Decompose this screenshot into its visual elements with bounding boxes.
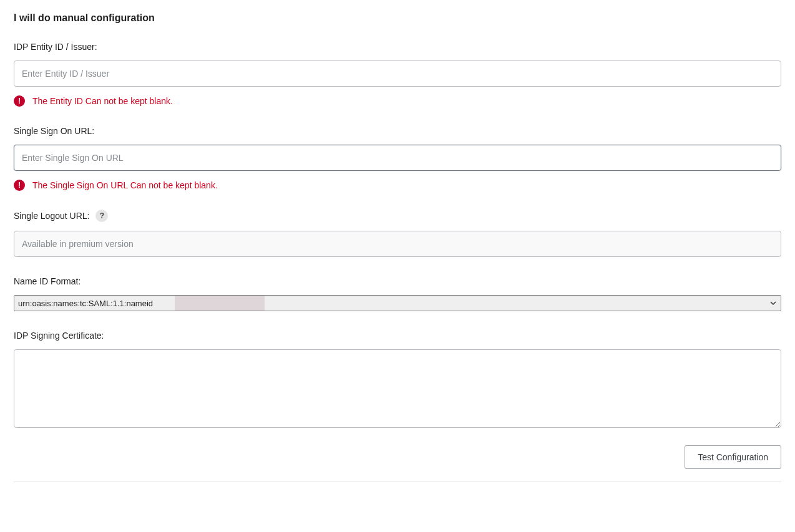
field-entity-id: IDP Entity ID / Issuer: ! The Entity ID … [14,41,781,107]
field-slo-url: Single Logout URL: ? [14,210,781,257]
field-sso-url: Single Sign On URL: ! The Single Sign On… [14,125,781,191]
section-title: I will do manual configuration [14,12,781,24]
slo-url-input[interactable] [14,231,781,257]
signing-cert-textarea[interactable] [14,349,781,428]
sso-url-input[interactable] [14,145,781,171]
manual-config-form: I will do manual configuration IDP Entit… [14,12,781,482]
test-configuration-button[interactable]: Test Configuration [685,445,781,469]
sso-url-error: ! The Single Sign On URL Can not be kept… [14,180,781,191]
entity-id-error-text: The Entity ID Can not be kept blank. [32,96,173,106]
alert-icon: ! [14,95,25,107]
signing-cert-label: IDP Signing Certificate: [14,331,104,341]
field-signing-cert: IDP Signing Certificate: [14,330,781,430]
slo-url-label: Single Logout URL: [14,211,89,221]
sso-url-error-text: The Single Sign On URL Can not be kept b… [32,180,218,190]
alert-icon: ! [14,180,25,191]
sso-url-label: Single Sign On URL: [14,126,94,136]
field-nameid-format: Name ID Format: urn:oasis:names:tc:SAML:… [14,276,781,311]
divider [14,481,781,482]
entity-id-error: ! The Entity ID Can not be kept blank. [14,95,781,107]
help-icon[interactable]: ? [95,210,108,222]
entity-id-label: IDP Entity ID / Issuer: [14,42,97,52]
nameid-format-label: Name ID Format: [14,276,80,286]
action-row: Test Configuration [14,445,781,469]
nameid-format-select[interactable]: urn:oasis:names:tc:SAML:1.1:nameid [14,295,781,311]
entity-id-input[interactable] [14,60,781,87]
